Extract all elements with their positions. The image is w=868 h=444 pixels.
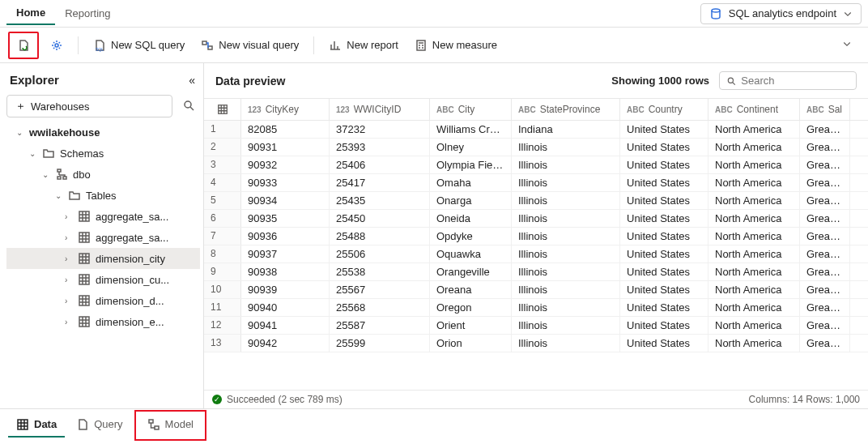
column-header[interactable]: 123 CityKey: [241, 99, 330, 120]
cell[interactable]: Olympia Fields: [430, 156, 512, 173]
bottom-tab-data[interactable]: Data: [8, 413, 65, 438]
row-number[interactable]: 13: [204, 335, 241, 352]
cell[interactable]: North America: [708, 281, 800, 298]
cell[interactable]: Great La: [800, 245, 850, 263]
tree-node-table[interactable]: › dimension_city: [6, 248, 200, 269]
bottom-tab-query[interactable]: Query: [68, 413, 130, 438]
cell[interactable]: Illinois: [512, 139, 620, 156]
tree-node-table[interactable]: › dimension_cu...: [6, 269, 200, 290]
cell[interactable]: United States: [620, 317, 708, 334]
cell[interactable]: 90939: [241, 281, 330, 298]
cell[interactable]: Great La: [800, 139, 850, 156]
new-report-button[interactable]: New report: [324, 36, 403, 55]
column-header[interactable]: ABC Continent: [708, 99, 800, 120]
cell[interactable]: 25568: [330, 299, 430, 316]
cell[interactable]: United States: [620, 228, 708, 245]
cell[interactable]: Oquawka: [430, 245, 512, 263]
cell[interactable]: 37232: [330, 121, 430, 138]
cell[interactable]: United States: [620, 299, 708, 316]
cell[interactable]: Great La: [800, 156, 850, 173]
row-number[interactable]: 10: [204, 281, 241, 298]
row-number[interactable]: 2: [204, 139, 241, 156]
column-header[interactable]: ABC City: [430, 99, 512, 120]
tree-node-root[interactable]: ⌄ wwilakehouse: [6, 122, 200, 143]
cell[interactable]: United States: [620, 121, 708, 138]
cell[interactable]: Illinois: [512, 192, 620, 209]
cell[interactable]: Illinois: [512, 245, 620, 263]
cell[interactable]: 25435: [330, 192, 430, 209]
cell[interactable]: 25450: [330, 210, 430, 227]
cell[interactable]: Great La: [800, 121, 850, 138]
cell[interactable]: Onarga: [430, 192, 512, 209]
cell[interactable]: 25506: [330, 245, 430, 263]
endpoint-selector[interactable]: SQL analytics endpoint: [700, 3, 862, 24]
ribbon-more-button[interactable]: [834, 34, 860, 56]
row-number[interactable]: 6: [204, 210, 241, 227]
cell[interactable]: North America: [708, 174, 800, 191]
cell[interactable]: Oneida: [430, 210, 512, 227]
cell[interactable]: North America: [708, 228, 800, 245]
settings-button[interactable]: [45, 36, 68, 55]
cell[interactable]: Great La: [800, 174, 850, 191]
tree-node-tables[interactable]: ⌄ Tables: [6, 185, 200, 206]
cell[interactable]: United States: [620, 263, 708, 280]
cell[interactable]: 90936: [241, 228, 330, 245]
cell[interactable]: Illinois: [512, 210, 620, 227]
cell[interactable]: North America: [708, 299, 800, 316]
cell[interactable]: 90942: [241, 335, 330, 352]
cell[interactable]: 90938: [241, 263, 330, 280]
cell[interactable]: Illinois: [512, 174, 620, 191]
cell[interactable]: Illinois: [512, 335, 620, 352]
cell[interactable]: North America: [708, 263, 800, 280]
cell[interactable]: Great La: [800, 317, 850, 334]
cell[interactable]: 25567: [330, 281, 430, 298]
row-number[interactable]: 1: [204, 121, 241, 138]
cell[interactable]: United States: [620, 335, 708, 352]
cell[interactable]: 82085: [241, 121, 330, 138]
cell[interactable]: United States: [620, 281, 708, 298]
cell[interactable]: Orient: [430, 317, 512, 334]
explorer-search-button[interactable]: [177, 96, 200, 117]
cell[interactable]: Illinois: [512, 281, 620, 298]
preview-search-input[interactable]: [741, 75, 849, 87]
cell[interactable]: 90940: [241, 299, 330, 316]
cell[interactable]: North America: [708, 210, 800, 227]
cell[interactable]: 90931: [241, 139, 330, 156]
cell[interactable]: North America: [708, 245, 800, 263]
cell[interactable]: Great La: [800, 299, 850, 316]
cell[interactable]: United States: [620, 174, 708, 191]
cell[interactable]: Great La: [800, 263, 850, 280]
cell[interactable]: Illinois: [512, 299, 620, 316]
cell[interactable]: 25488: [330, 228, 430, 245]
cell[interactable]: United States: [620, 210, 708, 227]
cell[interactable]: 25393: [330, 139, 430, 156]
cell[interactable]: North America: [708, 139, 800, 156]
cell[interactable]: Great La: [800, 192, 850, 209]
row-number[interactable]: 7: [204, 228, 241, 245]
tree-node-table[interactable]: › dimension_e...: [6, 311, 200, 332]
column-header[interactable]: ABC StateProvince: [512, 99, 620, 120]
column-header[interactable]: ABC Sal: [800, 99, 850, 120]
cell[interactable]: Omaha: [430, 174, 512, 191]
cell[interactable]: Illinois: [512, 263, 620, 280]
cell[interactable]: 90937: [241, 245, 330, 263]
cell[interactable]: United States: [620, 192, 708, 209]
cell[interactable]: 25406: [330, 156, 430, 173]
cell[interactable]: Olney: [430, 139, 512, 156]
cell[interactable]: Illinois: [512, 156, 620, 173]
add-warehouse-button[interactable]: ＋ Warehouses: [6, 95, 172, 117]
cell[interactable]: 90934: [241, 192, 330, 209]
cell[interactable]: 25417: [330, 174, 430, 191]
cell[interactable]: 25538: [330, 263, 430, 280]
tab-reporting[interactable]: Reporting: [55, 2, 120, 24]
cell[interactable]: United States: [620, 245, 708, 263]
cell[interactable]: 90941: [241, 317, 330, 334]
cell[interactable]: 90935: [241, 210, 330, 227]
cell[interactable]: Oregon: [430, 299, 512, 316]
row-number[interactable]: 5: [204, 192, 241, 209]
new-measure-button[interactable]: New measure: [410, 36, 502, 55]
cell[interactable]: United States: [620, 156, 708, 173]
cell[interactable]: Orangeville: [430, 263, 512, 280]
row-number[interactable]: 11: [204, 299, 241, 316]
tree-node-table[interactable]: › aggregate_sa...: [6, 206, 200, 227]
